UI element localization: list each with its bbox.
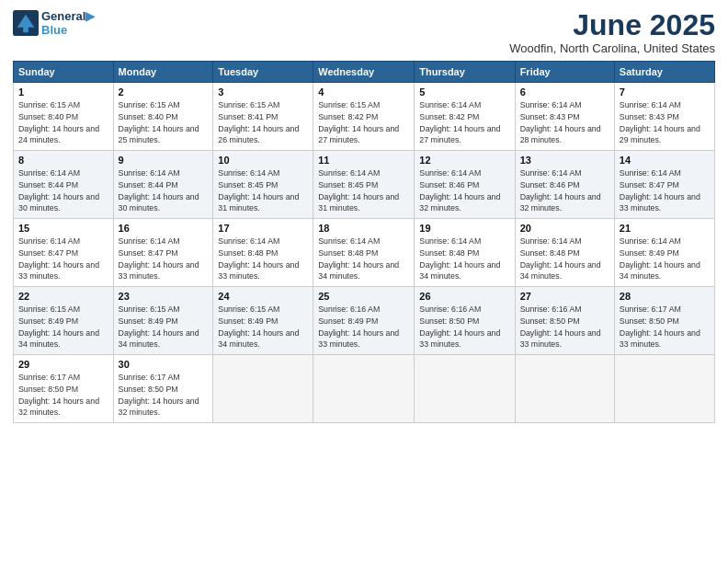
calendar-cell: 28Sunrise: 6:17 AMSunset: 8:50 PMDayligh… [614,287,714,355]
svg-rect-2 [23,26,28,32]
calendar-cell: 15Sunrise: 6:14 AMSunset: 8:47 PMDayligh… [14,219,114,287]
calendar-cell: 20Sunrise: 6:14 AMSunset: 8:48 PMDayligh… [515,219,614,287]
day-detail: Sunrise: 6:16 AMSunset: 8:49 PMDaylight:… [318,304,409,350]
day-number: 5 [419,86,509,98]
day-detail: Sunrise: 6:14 AMSunset: 8:45 PMDaylight:… [218,167,308,214]
day-detail: Sunrise: 6:14 AMSunset: 8:44 PMDaylight:… [119,167,209,214]
day-detail: Sunrise: 6:14 AMSunset: 8:44 PMDaylight:… [18,167,108,214]
calendar-cell [213,355,313,423]
calendar-cell: 14Sunrise: 6:14 AMSunset: 8:47 PMDayligh… [614,151,714,219]
day-detail: Sunrise: 6:14 AMSunset: 8:42 PMDaylight:… [419,99,509,146]
calendar-cell: 9Sunrise: 6:14 AMSunset: 8:44 PMDaylight… [113,151,213,219]
day-detail: Sunrise: 6:14 AMSunset: 8:46 PMDaylight:… [419,167,509,214]
day-number: 19 [419,223,509,234]
logo-text: General▶ Blue [41,9,95,37]
day-detail: Sunrise: 6:14 AMSunset: 8:43 PMDaylight:… [620,99,710,146]
day-detail: Sunrise: 6:14 AMSunset: 8:48 PMDaylight:… [419,236,509,282]
day-number: 23 [119,291,209,302]
day-detail: Sunrise: 6:17 AMSunset: 8:50 PMDaylight:… [119,372,209,419]
day-number: 11 [318,155,409,166]
calendar-cell: 29Sunrise: 6:17 AMSunset: 8:50 PMDayligh… [14,355,114,423]
day-detail: Sunrise: 6:14 AMSunset: 8:45 PMDaylight:… [318,167,409,214]
day-detail: Sunrise: 6:15 AMSunset: 8:40 PMDaylight:… [18,99,108,146]
day-detail: Sunrise: 6:14 AMSunset: 8:49 PMDaylight:… [620,236,710,282]
col-header-thursday: Thursday [415,62,515,83]
calendar-cell: 4Sunrise: 6:15 AMSunset: 8:42 PMDaylight… [313,83,415,151]
col-header-sunday: Sunday [14,62,114,83]
day-number: 29 [18,359,108,370]
calendar-week-row: 22Sunrise: 6:15 AMSunset: 8:49 PMDayligh… [14,287,715,355]
day-detail: Sunrise: 6:15 AMSunset: 8:40 PMDaylight:… [119,99,209,146]
calendar-cell: 5Sunrise: 6:14 AMSunset: 8:42 PMDaylight… [415,83,515,151]
page: General▶ Blue June 2025 Woodfin, North C… [0,0,728,563]
calendar-cell: 18Sunrise: 6:14 AMSunset: 8:48 PMDayligh… [313,219,415,287]
day-number: 25 [318,291,409,302]
day-detail: Sunrise: 6:15 AMSunset: 8:49 PMDaylight:… [18,304,108,350]
day-number: 12 [419,155,509,166]
calendar-cell: 8Sunrise: 6:14 AMSunset: 8:44 PMDaylight… [14,151,114,219]
calendar-cell: 27Sunrise: 6:16 AMSunset: 8:50 PMDayligh… [515,287,614,355]
col-header-tuesday: Tuesday [213,62,313,83]
day-number: 13 [520,155,609,166]
day-number: 30 [119,359,209,370]
calendar-cell [313,355,415,423]
day-detail: Sunrise: 6:14 AMSunset: 8:48 PMDaylight:… [218,236,308,282]
day-number: 4 [318,86,409,98]
day-detail: Sunrise: 6:14 AMSunset: 8:47 PMDaylight:… [620,167,710,214]
day-detail: Sunrise: 6:15 AMSunset: 8:42 PMDaylight:… [318,99,409,146]
day-number: 28 [620,291,710,302]
calendar-cell: 10Sunrise: 6:14 AMSunset: 8:45 PMDayligh… [213,151,313,219]
calendar-cell: 13Sunrise: 6:14 AMSunset: 8:46 PMDayligh… [515,151,614,219]
calendar-cell: 6Sunrise: 6:14 AMSunset: 8:43 PMDaylight… [515,83,614,151]
day-number: 10 [218,155,308,166]
calendar-cell: 19Sunrise: 6:14 AMSunset: 8:48 PMDayligh… [415,219,515,287]
calendar-header-row: SundayMondayTuesdayWednesdayThursdayFrid… [14,62,715,83]
day-number: 6 [520,86,609,98]
day-number: 17 [218,223,308,234]
calendar-cell: 16Sunrise: 6:14 AMSunset: 8:47 PMDayligh… [113,219,213,287]
calendar-cell [614,355,714,423]
col-header-wednesday: Wednesday [313,62,415,83]
calendar-cell: 17Sunrise: 6:14 AMSunset: 8:48 PMDayligh… [213,219,313,287]
day-number: 27 [520,291,609,302]
day-detail: Sunrise: 6:16 AMSunset: 8:50 PMDaylight:… [520,304,609,350]
col-header-monday: Monday [113,62,213,83]
day-number: 8 [18,155,108,166]
day-detail: Sunrise: 6:14 AMSunset: 8:46 PMDaylight:… [520,167,609,214]
day-detail: Sunrise: 6:14 AMSunset: 8:43 PMDaylight:… [520,99,609,146]
title-block: June 2025 Woodfin, North Carolina, Unite… [509,9,715,55]
col-header-friday: Friday [515,62,614,83]
calendar-cell: 11Sunrise: 6:14 AMSunset: 8:45 PMDayligh… [313,151,415,219]
day-detail: Sunrise: 6:14 AMSunset: 8:47 PMDaylight:… [119,236,209,282]
logo: General▶ Blue [13,9,95,37]
day-number: 20 [520,223,609,234]
calendar-cell: 24Sunrise: 6:15 AMSunset: 8:49 PMDayligh… [213,287,313,355]
calendar-cell: 12Sunrise: 6:14 AMSunset: 8:46 PMDayligh… [415,151,515,219]
day-number: 16 [119,223,209,234]
day-detail: Sunrise: 6:15 AMSunset: 8:41 PMDaylight:… [218,99,308,146]
day-number: 22 [18,291,108,302]
calendar-cell: 3Sunrise: 6:15 AMSunset: 8:41 PMDaylight… [213,83,313,151]
day-number: 9 [119,155,209,166]
day-detail: Sunrise: 6:14 AMSunset: 8:48 PMDaylight:… [520,236,609,282]
day-number: 18 [318,223,409,234]
calendar-week-row: 29Sunrise: 6:17 AMSunset: 8:50 PMDayligh… [14,355,715,423]
calendar-table: SundayMondayTuesdayWednesdayThursdayFrid… [13,61,715,423]
day-number: 14 [620,155,710,166]
calendar-week-row: 8Sunrise: 6:14 AMSunset: 8:44 PMDaylight… [14,151,715,219]
header: General▶ Blue June 2025 Woodfin, North C… [13,9,715,55]
calendar-cell: 22Sunrise: 6:15 AMSunset: 8:49 PMDayligh… [14,287,114,355]
day-number: 7 [620,86,710,98]
calendar-week-row: 15Sunrise: 6:14 AMSunset: 8:47 PMDayligh… [14,219,715,287]
calendar-cell: 25Sunrise: 6:16 AMSunset: 8:49 PMDayligh… [313,287,415,355]
logo-icon [13,10,39,36]
col-header-saturday: Saturday [614,62,714,83]
location-title: Woodfin, North Carolina, United States [509,41,715,55]
calendar-cell: 7Sunrise: 6:14 AMSunset: 8:43 PMDaylight… [614,83,714,151]
day-number: 24 [218,291,308,302]
calendar-cell: 21Sunrise: 6:14 AMSunset: 8:49 PMDayligh… [614,219,714,287]
calendar-cell: 26Sunrise: 6:16 AMSunset: 8:50 PMDayligh… [415,287,515,355]
day-detail: Sunrise: 6:15 AMSunset: 8:49 PMDaylight:… [119,304,209,350]
calendar-cell [415,355,515,423]
calendar-cell: 1Sunrise: 6:15 AMSunset: 8:40 PMDaylight… [14,83,114,151]
